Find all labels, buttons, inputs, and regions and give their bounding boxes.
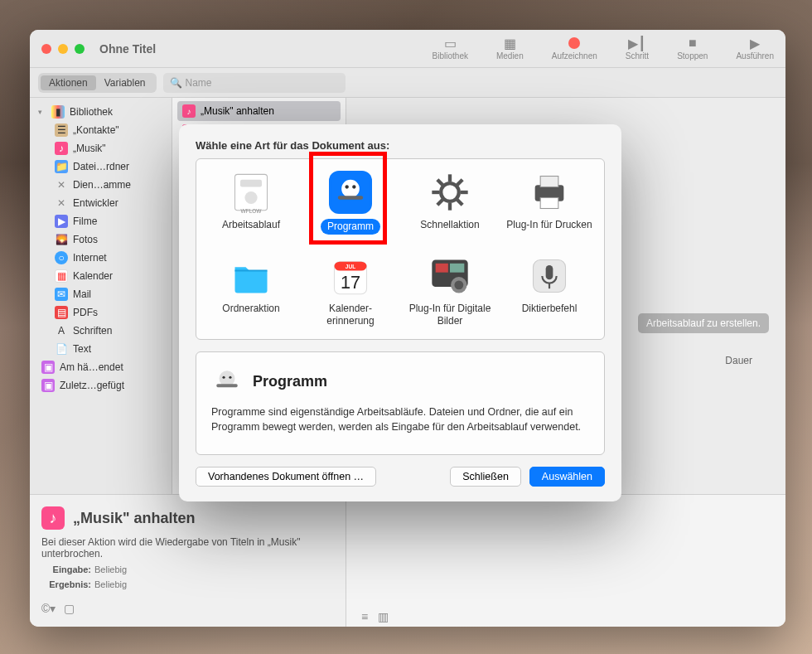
copyright-icon-button[interactable]: ©▾	[41, 602, 56, 615]
smart-folder-icon: ▣	[41, 379, 55, 392]
application-icon	[329, 171, 372, 214]
sidebar-item-fotos[interactable]: 🌄Fotos	[30, 230, 172, 249]
close-button[interactable]: Schließen	[450, 467, 521, 487]
book-icon: ▭	[442, 36, 458, 50]
window-title: Ohne Titel	[99, 42, 156, 56]
sidebar-library-root[interactable]: ▾ ▮ Bibliothek	[30, 103, 172, 121]
sidebar-item-musik[interactable]: ♪„Musik"	[30, 139, 172, 157]
close-window-button[interactable]	[41, 44, 51, 54]
sidebar: ▾ ▮ Bibliothek ☰„Kontakte" ♪„Musik" 📁Dat…	[30, 98, 172, 494]
sidebar-item-dienste[interactable]: ✕Dien…amme	[30, 176, 172, 194]
svg-rect-34	[216, 384, 237, 387]
svg-point-5	[341, 180, 360, 198]
info-title-row: ♪ „Musik" anhalten	[41, 506, 334, 530]
sidebar-item-pdfs[interactable]: ▤PDFs	[30, 303, 172, 322]
zoom-window-button[interactable]	[75, 44, 85, 54]
type-diktierbefehl[interactable]: Diktierbefehl	[500, 251, 599, 331]
stop-toolbar-button[interactable]: ■Stoppen	[677, 36, 708, 61]
type-bilder-plugin[interactable]: Plug-In für Digitale Bilder	[400, 251, 500, 331]
minimize-window-button[interactable]	[58, 44, 68, 54]
library-toolbar-button[interactable]: ▭Bibliothek	[433, 36, 468, 61]
type-label: Programm	[321, 219, 380, 235]
traffic-lights	[41, 44, 85, 54]
action-item-musik-anhalten[interactable]: ♪„Musik" anhalten	[177, 101, 341, 121]
open-existing-button[interactable]: Vorhandenes Dokument öffnen …	[196, 467, 376, 487]
sidebar-item-entwickler[interactable]: ✕Entwickler	[30, 194, 172, 212]
svg-rect-6	[338, 196, 363, 199]
chevron-down-icon: ▾	[38, 108, 46, 116]
sidebar-item-text[interactable]: 📄Text	[30, 340, 172, 358]
tab-variables[interactable]: Variablen	[96, 75, 154, 90]
sidebar-group-recent[interactable]: ▣Am hä…endet	[30, 358, 172, 376]
svg-line-15	[457, 200, 463, 206]
type-kalender-erinnerung[interactable]: JUL17 Kalender- erinnerung	[301, 251, 400, 331]
photos-icon: 🌄	[55, 233, 68, 246]
document-type-modal: Wähle eine Art für das Dokument aus: WFL…	[179, 124, 621, 501]
modal-footer: Vorhandenes Dokument öffnen … Schließen …	[196, 467, 605, 487]
type-ordneraktion[interactable]: Ordneraktion	[201, 251, 301, 331]
sidebar-item-kontakte[interactable]: ☰„Kontakte"	[30, 121, 172, 139]
media-toolbar-button[interactable]: ▦Medien	[496, 36, 524, 61]
svg-line-14	[437, 180, 443, 186]
info-title: „Musik" anhalten	[73, 510, 196, 527]
type-druck-plugin[interactable]: Plug-In für Drucken	[500, 167, 599, 238]
sidebar-item-internet[interactable]: ○Internet	[30, 249, 172, 267]
type-label: Ordneraktion	[222, 303, 279, 315]
sidebar-item-schriften[interactable]: ASchriften	[30, 322, 172, 340]
svg-point-29	[454, 280, 463, 289]
record-toolbar-button[interactable]: Aufzeichnen	[552, 36, 597, 61]
svg-point-8	[352, 185, 355, 188]
globe-icon: ○	[55, 251, 68, 264]
svg-rect-19	[540, 177, 558, 187]
info-description: Bei dieser Aktion wird die Wiedergabe vo…	[41, 536, 334, 560]
media-icon: ▦	[501, 36, 518, 50]
sidebar-group-added[interactable]: ▣Zuletz…gefügt	[30, 376, 172, 395]
description-body: Programme sind eigenständige Arbeitsablä…	[211, 405, 589, 434]
text-icon: 📄	[55, 342, 68, 356]
printer-icon	[528, 171, 571, 214]
step-toolbar-button[interactable]: ▶┃Schritt	[626, 36, 649, 61]
svg-line-16	[457, 180, 463, 186]
type-label: Kalender- erinnerung	[326, 303, 374, 327]
list-view-icon[interactable]: ≡	[361, 610, 368, 623]
choose-button[interactable]: Auswählen	[529, 467, 605, 487]
stop-icon: ■	[684, 36, 701, 50]
info-foot: ©▾ ▢	[41, 602, 334, 615]
type-schnellaktion[interactable]: Schnellaktion	[400, 167, 500, 238]
type-label: Plug-In für Drucken	[506, 219, 592, 231]
column-view-icon[interactable]: ▥	[378, 610, 389, 623]
type-label: Plug-In für Digitale Bilder	[404, 303, 496, 327]
inspector-icon-button[interactable]: ▢	[64, 602, 75, 615]
tab-actions[interactable]: Aktionen	[41, 75, 96, 90]
microphone-icon	[528, 254, 571, 298]
titlebar: Ohne Titel ▭Bibliothek ▦Medien Aufzeichn…	[30, 30, 785, 68]
search-icon: 🔍	[170, 77, 182, 89]
svg-rect-20	[540, 198, 558, 209]
sidebar-item-filme[interactable]: ▶Filme	[30, 212, 172, 230]
mail-icon: ✉	[55, 288, 68, 301]
sidebar-item-kalender[interactable]: ▦Kalender	[30, 267, 172, 285]
contacts-icon: ☰	[55, 124, 68, 137]
film-icon: ▶	[55, 215, 68, 228]
svg-text:JUL: JUL	[346, 264, 355, 269]
search-input[interactable]: 🔍 Name	[163, 73, 346, 93]
canvas-hint: Arbeitsablauf zu erstellen.	[638, 313, 769, 333]
calendar-icon: JUL17	[329, 254, 372, 298]
sidebar-item-datei[interactable]: 📁Datei…rdner	[30, 157, 172, 176]
svg-point-7	[346, 185, 349, 188]
type-label: Diktierbefehl	[522, 303, 578, 315]
bottom-pane: ♪ „Musik" anhalten Bei dieser Aktion wir…	[30, 494, 785, 627]
fonts-icon: A	[55, 324, 68, 337]
sidebar-item-mail[interactable]: ✉Mail	[30, 285, 172, 303]
calendar-icon: ▦	[55, 269, 68, 283]
type-programm[interactable]: Programm	[301, 167, 400, 238]
view-segmented-control: Aktionen Variablen	[38, 73, 157, 93]
svg-rect-27	[450, 264, 464, 273]
svg-rect-26	[436, 264, 448, 273]
log-foot: ≡ ▥	[361, 610, 389, 623]
run-toolbar-button[interactable]: ▶Ausführen	[736, 36, 774, 61]
record-icon	[566, 36, 582, 50]
music-icon: ♪	[55, 142, 68, 155]
type-arbeitsablauf[interactable]: WFLOW Arbeitsablauf	[201, 167, 301, 238]
toolbar-buttons: ▭Bibliothek ▦Medien Aufzeichnen ▶┃Schrit…	[433, 36, 774, 61]
